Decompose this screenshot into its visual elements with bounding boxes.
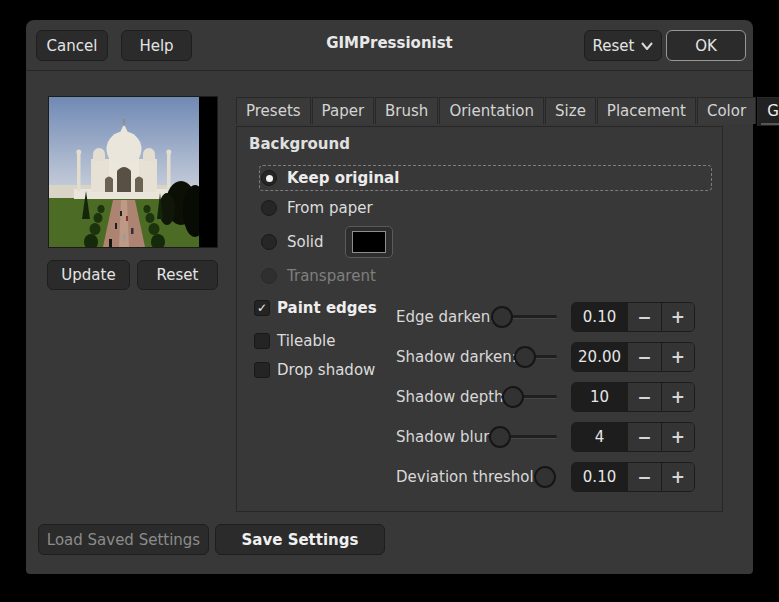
spinbutton-shadow-darken: 20.00 − + (571, 342, 695, 372)
slider-label: Shadow darken: (396, 342, 517, 372)
background-section-title: Background (249, 135, 350, 153)
spin-value[interactable]: 10 (572, 383, 627, 411)
reset-dropdown-button[interactable]: Reset (584, 30, 662, 61)
tab-presets[interactable]: Presets (236, 97, 311, 124)
tab-label: Brush (385, 102, 428, 120)
preview-image[interactable] (49, 97, 199, 247)
tab-general[interactable]: General (757, 97, 779, 126)
radio-label: Transparent (287, 267, 376, 285)
plus-icon: + (671, 307, 685, 327)
slider-row-shadow-depth: Shadow depth: 10 − + (237, 382, 724, 412)
tab-label: Color (707, 102, 746, 120)
update-button[interactable]: Update (47, 260, 130, 290)
minus-icon: − (637, 427, 651, 447)
spin-decrement-button[interactable]: − (627, 343, 660, 371)
load-saved-settings-label: Load Saved Settings (47, 531, 200, 549)
spin-value[interactable]: 0.10 (572, 303, 627, 331)
tab-label: Placement (607, 102, 686, 120)
general-tab-panel: Background Keep original From paper Soli… (236, 126, 723, 512)
slider-row-shadow-darken: Shadow darken: 20.00 − + (237, 342, 724, 372)
slider-knob[interactable] (491, 306, 513, 328)
spin-value[interactable]: 4 (572, 423, 627, 451)
color-swatch (352, 231, 386, 253)
tab-orientation[interactable]: Orientation (439, 97, 544, 124)
radio-solid[interactable]: Solid (237, 226, 717, 258)
tab-placement[interactable]: Placement (597, 97, 696, 124)
solid-color-picker-button[interactable] (345, 226, 393, 258)
preview-frame (48, 96, 218, 248)
radio-from-paper[interactable]: From paper (237, 193, 717, 223)
radio-transparent: Transparent (237, 261, 717, 291)
slider-label: Deviation threshold: (396, 462, 548, 492)
screen: { "window": { "title": "GIMPressionist" … (0, 0, 779, 602)
slider-label: Shadow depth: (396, 382, 509, 412)
radio-button-icon[interactable] (261, 200, 277, 216)
spin-decrement-button[interactable]: − (627, 423, 660, 451)
spin-increment-button[interactable]: + (661, 343, 694, 371)
slider-row-deviation-threshold: Deviation threshold: 0.10 − + (237, 462, 724, 492)
ok-button-label: OK (695, 37, 717, 55)
reset-button-label: Reset (593, 37, 635, 55)
slider-knob[interactable] (502, 386, 524, 408)
spin-decrement-button[interactable]: − (627, 303, 660, 331)
settings-notebook: Presets Paper Brush Orientation Size Pla… (236, 97, 723, 512)
spin-decrement-button[interactable]: − (627, 463, 660, 491)
plus-icon: + (671, 387, 685, 407)
spin-value[interactable]: 20.00 (572, 343, 627, 371)
slider-label: Shadow blur: (396, 422, 494, 452)
slider-knob[interactable] (489, 426, 511, 448)
chevron-down-icon (641, 42, 653, 50)
radio-label: From paper (287, 199, 373, 217)
tab-label: Orientation (449, 102, 534, 120)
dialog-header: Cancel Help GIMPressionist Reset OK (26, 20, 753, 71)
tab-color[interactable]: Color (697, 97, 756, 124)
radio-label: Keep original (287, 169, 399, 187)
ok-button[interactable]: OK (666, 30, 746, 61)
spin-increment-button[interactable]: + (661, 303, 694, 331)
spin-decrement-button[interactable]: − (627, 383, 660, 411)
plus-icon: + (671, 347, 685, 367)
tab-label: Paper (322, 102, 364, 120)
minus-icon: − (637, 307, 651, 327)
plus-icon: + (671, 427, 685, 447)
preview-reset-button[interactable]: Reset (137, 260, 218, 290)
preview-reset-button-label: Reset (157, 266, 199, 284)
spin-increment-button[interactable]: + (661, 423, 694, 451)
radio-keep-original[interactable]: Keep original (237, 163, 717, 193)
slider-label: Edge darken: (396, 302, 495, 332)
tab-bar: Presets Paper Brush Orientation Size Pla… (236, 97, 779, 126)
radio-button-icon[interactable] (261, 234, 277, 250)
minus-icon: − (637, 387, 651, 407)
tab-brush[interactable]: Brush (375, 97, 438, 124)
radio-button-icon (261, 268, 277, 284)
slider-row-shadow-blur: Shadow blur: 4 − + (237, 422, 724, 452)
tab-label: Size (555, 102, 586, 120)
spin-value[interactable]: 0.10 (572, 463, 627, 491)
radio-label: Solid (287, 233, 324, 251)
slider-row-edge-darken: Edge darken: 0.10 − + (237, 302, 724, 332)
slider-knob[interactable] (534, 466, 556, 488)
minus-icon: − (637, 347, 651, 367)
spinbutton-shadow-blur: 4 − + (571, 422, 695, 452)
save-settings-label: Save Settings (242, 531, 359, 549)
slider-knob[interactable] (514, 346, 536, 368)
tab-paper[interactable]: Paper (312, 97, 374, 124)
spin-increment-button[interactable]: + (661, 383, 694, 411)
spin-increment-button[interactable]: + (661, 463, 694, 491)
gimpressionist-dialog: Cancel Help GIMPressionist Reset OK (26, 20, 753, 574)
spinbutton-edge-darken: 0.10 − + (571, 302, 695, 332)
spinbutton-deviation-threshold: 0.10 − + (571, 462, 695, 492)
radio-button-icon[interactable] (261, 170, 277, 186)
tab-label: Presets (246, 102, 301, 120)
update-button-label: Update (61, 266, 115, 284)
minus-icon: − (637, 467, 651, 487)
save-settings-button[interactable]: Save Settings (215, 524, 385, 555)
plus-icon: + (671, 467, 685, 487)
load-saved-settings-button: Load Saved Settings (38, 524, 209, 555)
tab-size[interactable]: Size (545, 97, 596, 124)
spinbutton-shadow-depth: 10 − + (571, 382, 695, 412)
tab-label: General (767, 102, 779, 120)
